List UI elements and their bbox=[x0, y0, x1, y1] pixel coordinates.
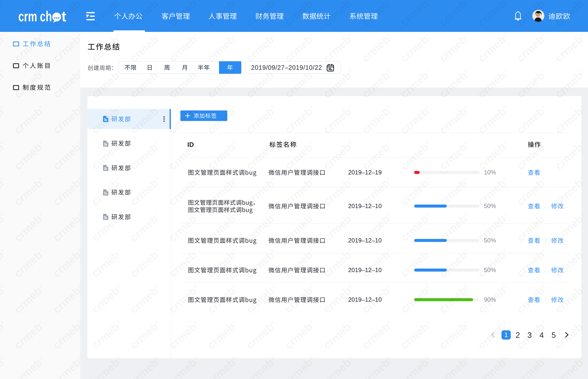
svg-text:t: t bbox=[61, 8, 66, 24]
svg-text:crm ch: crm ch bbox=[18, 8, 52, 24]
